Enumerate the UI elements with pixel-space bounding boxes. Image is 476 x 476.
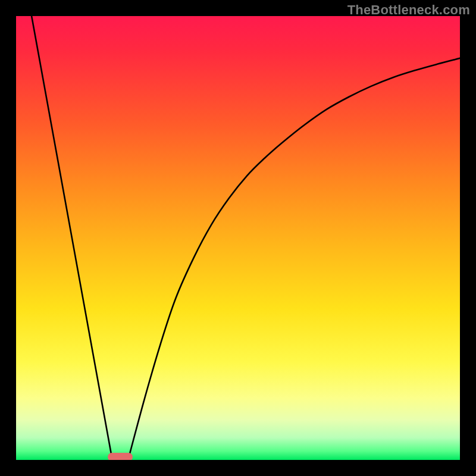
trough-marker (108, 453, 133, 460)
chart-frame: TheBottleneck.com (0, 0, 476, 476)
right-curve (129, 58, 460, 456)
left-slope (32, 16, 111, 456)
plot-area (16, 16, 460, 460)
curve-layer (16, 16, 460, 460)
